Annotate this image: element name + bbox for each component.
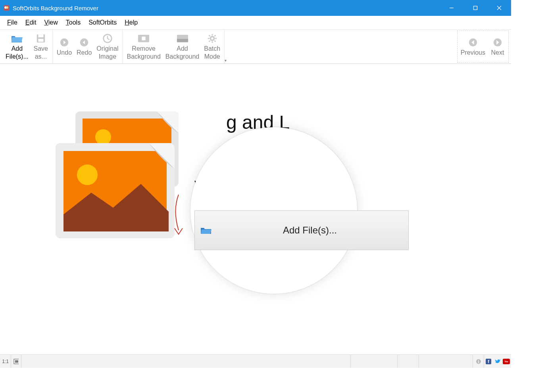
svg-rect-8 (38, 34, 43, 37)
previous-icon (467, 37, 479, 48)
svg-line-23 (214, 41, 215, 42)
twitter-icon (494, 359, 500, 364)
image-stack-illustration (52, 111, 183, 242)
menubar: File Edit View Tools SoftOrbits Help (0, 16, 511, 30)
status-empty-1 (21, 355, 351, 368)
svg-rect-16 (177, 39, 188, 42)
svg-line-25 (209, 41, 210, 42)
next-button[interactable]: Next (488, 32, 508, 61)
svg-text:i: i (478, 359, 479, 364)
app-icon (3, 5, 10, 11)
titlebar: SoftOrbits Background Remover (0, 0, 511, 16)
svg-point-26 (211, 38, 213, 40)
next-icon (491, 37, 504, 48)
menu-view[interactable]: View (40, 17, 62, 29)
original-image-button[interactable]: OriginalImage (94, 31, 121, 63)
menu-edit[interactable]: Edit (21, 17, 40, 29)
add-bg-icon (176, 33, 189, 44)
fit-screen-icon (13, 359, 19, 364)
facebook-link[interactable]: f (484, 355, 493, 368)
youtube-icon: You (503, 359, 510, 364)
folder-open-icon (11, 33, 23, 44)
facebook-icon: f (486, 359, 491, 364)
zoom-ratio[interactable]: 1:1 (0, 355, 11, 368)
redo-button[interactable]: Redo (74, 31, 94, 63)
folder-open-icon (200, 226, 211, 235)
svg-rect-4 (474, 6, 477, 10)
fit-screen-button[interactable] (11, 355, 21, 368)
undo-icon (58, 37, 71, 48)
remove-background-button[interactable]: RemoveBackground (124, 31, 163, 63)
minimize-button[interactable] (440, 0, 463, 16)
statusbar: 1:1 i f You (0, 354, 511, 368)
gear-icon (206, 33, 219, 44)
previous-button[interactable]: Previous (458, 32, 488, 61)
maximize-icon (473, 6, 478, 10)
history-icon (101, 33, 114, 44)
info-button[interactable]: i (473, 355, 484, 368)
minimize-icon (449, 6, 454, 10)
app-title: SoftOrbits Background Remover (13, 5, 440, 11)
svg-rect-9 (38, 39, 43, 42)
svg-line-24 (214, 35, 215, 36)
svg-point-34 (77, 164, 98, 185)
svg-point-31 (95, 129, 111, 145)
add-files-button[interactable]: AddFile(s)... (3, 31, 31, 63)
close-icon (497, 6, 502, 10)
svg-text:You: You (504, 360, 508, 363)
svg-text:f: f (488, 359, 489, 364)
save-as-button[interactable]: Saveas... (31, 31, 51, 63)
twitter-link[interactable] (493, 355, 502, 368)
svg-rect-14 (142, 37, 145, 40)
menu-tools[interactable]: Tools (62, 17, 85, 29)
drop-zone: g and L your images here (52, 111, 409, 242)
undo-button[interactable]: Undo (54, 31, 74, 63)
save-icon (35, 33, 47, 44)
batch-mode-button[interactable]: BatchMode (202, 31, 223, 63)
status-empty-3 (398, 355, 419, 368)
info-icon: i (476, 359, 481, 364)
toolbar-overflow[interactable]: ▾ (225, 58, 229, 63)
menu-softorbits[interactable]: SoftOrbits (85, 17, 121, 29)
menu-file[interactable]: File (3, 17, 21, 29)
close-button[interactable] (487, 0, 511, 16)
canvas-area[interactable]: g and L your images here (0, 64, 511, 354)
toolbar: AddFile(s)... Saveas... Undo Redo Orig (0, 30, 511, 64)
remove-bg-icon (137, 33, 150, 44)
status-empty-4 (419, 355, 473, 368)
add-background-button[interactable]: AddBackground (163, 31, 202, 63)
redo-icon (78, 37, 90, 48)
youtube-link[interactable]: You (502, 355, 511, 368)
arrow-decoration-icon (171, 195, 186, 238)
maximize-button[interactable] (463, 0, 487, 16)
menu-help[interactable]: Help (121, 17, 142, 29)
svg-rect-36 (15, 360, 18, 363)
svg-line-22 (209, 35, 210, 36)
add-files-large-button[interactable]: Add File(s)... (194, 210, 409, 250)
status-empty-2 (351, 355, 398, 368)
svg-point-2 (6, 6, 8, 9)
